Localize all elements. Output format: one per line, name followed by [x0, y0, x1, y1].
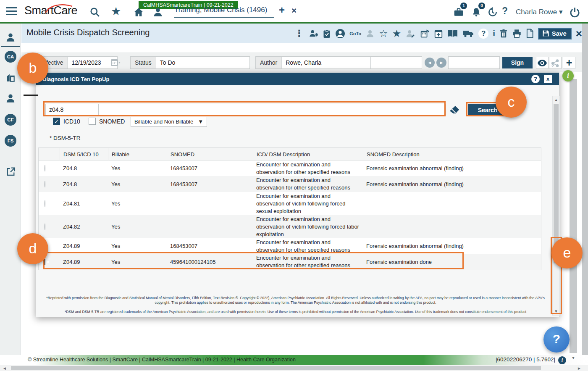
favorites-star-icon[interactable]: ★ [111, 5, 121, 18]
goto-label[interactable]: GoTo [349, 31, 361, 36]
open-tab[interactable]: Training, Mobile Crisis (1496) [174, 6, 274, 18]
clear-eraser-icon[interactable] [449, 105, 459, 114]
snomed-cell: 168453007 [167, 181, 253, 187]
open-external-link-icon[interactable] [0, 166, 21, 177]
status-input[interactable]: To Do [156, 57, 249, 68]
table-row[interactable]: Z04.8 Yes 168453007 Encounter for examin… [39, 161, 541, 176]
info-icon[interactable]: i [493, 29, 495, 38]
calendar-refresh-icon[interactable] [420, 29, 430, 39]
popup-header[interactable]: Diagnosis ICD Ten PopUp ? x [36, 73, 559, 85]
empty-field-2[interactable] [448, 56, 500, 69]
table-row[interactable]: Z04.82 Yes Encounter for examination and… [39, 215, 541, 238]
logout-power-icon[interactable] [569, 7, 580, 18]
code-cell: Z04.82 [60, 224, 108, 230]
highlight-selected-row [43, 252, 464, 269]
avatar-cf[interactable]: CF [5, 114, 16, 126]
help-icon[interactable]: ? [502, 5, 508, 17]
hamburger-menu-icon[interactable] [6, 7, 17, 15]
empty-field-1[interactable] [370, 56, 422, 69]
search-icon[interactable] [89, 7, 100, 18]
eye-icon [537, 59, 547, 67]
icd10-label: ICD10 [63, 118, 80, 125]
client-person-icon[interactable] [0, 32, 21, 43]
popup-title: Diagnosis ICD Ten PopUp [42, 76, 109, 82]
status-info-icon[interactable]: i [558, 356, 566, 364]
calendar-add-icon[interactable] [434, 29, 443, 39]
col-icd-desc: ICD/ DSM Description [253, 148, 363, 161]
annotation-circle-b: b [17, 53, 48, 84]
book-icon[interactable] [447, 29, 458, 38]
client-search-icon[interactable] [152, 7, 163, 18]
client-shield-icon[interactable] [308, 29, 318, 38]
radio-cell [39, 165, 60, 171]
icd-description-cell: Encounter for examination and observatio… [253, 160, 363, 177]
kebab-menu-icon[interactable]: ⋮ [294, 28, 304, 39]
share-flow-button[interactable] [549, 57, 562, 69]
help-fab-button[interactable]: ? [543, 326, 570, 353]
row-select-radio[interactable] [45, 181, 45, 187]
col-snomed-desc: SNOMED Description [363, 148, 541, 161]
home-icon[interactable] [133, 7, 144, 18]
staff-person-icon[interactable] [0, 93, 21, 104]
annotation-circle-d: d [17, 233, 48, 264]
delete-trash-icon[interactable] [499, 29, 508, 38]
content-vertical-scrollbar[interactable] [570, 79, 577, 353]
row-select-radio[interactable] [45, 200, 45, 207]
copyright-text: © Streamline Healthcare Solutions | Smar… [28, 357, 296, 363]
radio-cell [39, 181, 60, 187]
scroll-up-icon[interactable]: ▲ [553, 98, 559, 102]
transport-truck-icon[interactable] [462, 29, 474, 38]
top-bar: SmartCare CalMHSASmartcareTrain | 09-21-… [0, 0, 588, 22]
horizontal-scrollbar[interactable]: ◄ ► [0, 365, 588, 371]
info-green-icon[interactable]: i [562, 70, 574, 82]
person-edit-icon[interactable] [405, 29, 415, 38]
new-tab-icon[interactable]: + [279, 5, 285, 15]
col-snomed: SNOMED [167, 148, 253, 161]
document-icon[interactable] [526, 29, 534, 38]
history-icon[interactable] [487, 7, 498, 18]
star-filled-icon[interactable]: ★ [392, 29, 402, 38]
icd-description-cell: Encounter for examination and observatio… [253, 214, 363, 239]
share-icon [551, 59, 559, 67]
calendar-picker-icon[interactable] [110, 58, 121, 67]
close-screen-icon[interactable]: × [576, 29, 582, 39]
effective-date-input[interactable]: 12/19/2023 [68, 57, 117, 68]
table-row[interactable]: Z04.89 Yes 168453007 Encounter for exami… [39, 238, 541, 254]
print-icon[interactable] [512, 29, 522, 38]
star-outline-icon[interactable]: ☆ [379, 29, 388, 38]
author-input[interactable]: Rowe, Charla [282, 57, 371, 68]
hscroll-left-icon[interactable]: ◄ [3, 366, 7, 371]
view-eye-button[interactable] [536, 57, 549, 69]
close-tab-icon[interactable]: × [291, 6, 297, 15]
application-window: SmartCare CalMHSASmartcareTrain | 09-21-… [0, 0, 588, 371]
col-code: DSM 5/ICD 10 [60, 148, 108, 161]
help-circle-icon[interactable]: ? [478, 29, 488, 39]
billable-filter-select[interactable]: Billable and Non Billable ▼ [131, 117, 207, 127]
snomed-checkbox[interactable] [89, 118, 96, 125]
hscroll-right-icon[interactable]: ► [577, 366, 581, 371]
save-button[interactable]: Save [538, 28, 572, 39]
next-record-icon[interactable]: ► [436, 58, 446, 68]
previous-record-icon[interactable]: ◄ [425, 58, 435, 68]
row-select-radio[interactable] [45, 165, 45, 171]
avatar-fs[interactable]: FS [5, 135, 16, 147]
code-cell: Z04.81 [60, 200, 108, 207]
popup-close-icon[interactable]: x [544, 75, 552, 83]
person-circle-icon[interactable] [335, 29, 345, 39]
content-scroll-down-icon[interactable]: ▼ [571, 355, 575, 360]
add-plus-button[interactable]: + [563, 57, 575, 69]
window-vertical-scrollbar[interactable] [582, 24, 588, 366]
table-row[interactable]: Z04.8 Yes 168453007 Encounter for examin… [39, 176, 541, 192]
minimized-marker [24, 95, 38, 96]
icd10-checkbox[interactable]: ✓ [53, 118, 60, 125]
popup-help-icon[interactable]: ? [531, 75, 540, 83]
horizontal-scrollbar-thumb[interactable] [11, 366, 541, 370]
sign-button[interactable]: Sign [502, 57, 533, 68]
user-menu[interactable]: Charla Rowe ▾ [516, 8, 563, 16]
col-billable: Billable [108, 148, 167, 161]
row-select-radio[interactable] [45, 224, 45, 230]
table-row[interactable]: Z04.81 Yes Encounter for examination and… [39, 192, 541, 215]
person-gray-icon[interactable] [365, 29, 375, 38]
clipboard-check-icon[interactable] [323, 29, 331, 38]
avatar-ca[interactable]: CA [5, 51, 16, 63]
